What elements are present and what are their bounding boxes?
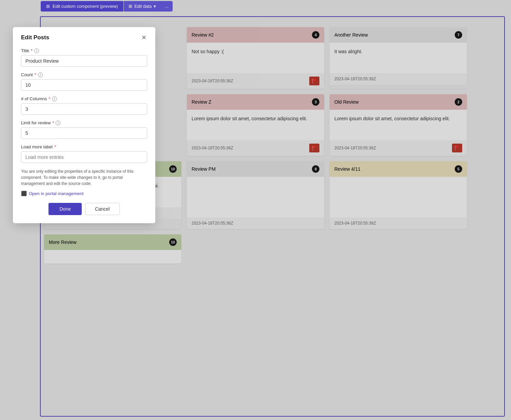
edit-data-button[interactable]: ⊞ Edit data ▾ (124, 1, 161, 12)
load-more-label: Load more label * (21, 144, 147, 149)
count-field-group: Count * i (21, 72, 147, 91)
required-indicator: * (54, 144, 56, 149)
columns-info-icon[interactable]: i (52, 97, 57, 101)
limit-field-group: Limit for review * i (21, 120, 147, 139)
limit-info-icon[interactable]: i (56, 121, 60, 125)
required-indicator: * (49, 96, 51, 101)
component-icon: ⊞ (46, 4, 50, 9)
title-field-group: Title * i (21, 48, 147, 67)
cancel-button[interactable]: Cancel (85, 203, 120, 215)
title-input[interactable] (21, 55, 147, 67)
count-label-text: Count (21, 72, 33, 77)
modal-title: Edit Posts (21, 34, 49, 41)
title-info-icon[interactable]: i (34, 48, 39, 53)
modal-close-button[interactable]: ✕ (141, 34, 147, 41)
count-label: Count * i (21, 72, 147, 77)
required-indicator: * (31, 48, 33, 53)
columns-label-text: # of Columns (21, 96, 47, 101)
required-indicator: * (35, 72, 36, 77)
portal-link-label: Open in portal management (29, 191, 83, 196)
columns-input[interactable] (21, 103, 147, 115)
edit-data-label: Edit data (134, 4, 152, 9)
load-more-field-group: Load more label * (21, 144, 147, 163)
edit-component-button[interactable]: ⊞ Edit custom component (preview) (41, 1, 123, 12)
limit-label-text: Limit for review (21, 120, 51, 125)
edit-component-label: Edit custom component (preview) (53, 4, 118, 9)
columns-field-group: # of Columns * i (21, 96, 147, 115)
modal-header: Edit Posts ✕ (21, 34, 147, 41)
modal-actions: Done Cancel (21, 203, 147, 215)
modal-note: You are only editing the properties of a… (21, 168, 147, 187)
title-label: Title * i (21, 48, 147, 53)
more-label: ... (165, 4, 169, 9)
load-more-label-text: Load more label (21, 144, 53, 149)
count-input[interactable] (21, 79, 147, 91)
more-options-button[interactable]: ... (161, 1, 173, 12)
edit-posts-modal: Edit Posts ✕ Title * i Count * i # of Co… (13, 27, 155, 223)
edit-data-icon: ⊞ (129, 4, 132, 9)
portal-management-link[interactable]: ⬛ Open in portal management (21, 191, 147, 196)
done-button[interactable]: Done (48, 203, 81, 215)
limit-input[interactable] (21, 127, 147, 139)
chevron-down-icon: ▾ (154, 4, 156, 9)
limit-label: Limit for review * i (21, 120, 147, 125)
required-indicator: * (52, 120, 54, 125)
title-label-text: Title (21, 48, 29, 53)
count-info-icon[interactable]: i (38, 72, 43, 77)
toolbar: ⊞ Edit custom component (preview) ⊞ Edit… (41, 0, 173, 12)
columns-label: # of Columns * i (21, 96, 147, 101)
load-more-input[interactable] (21, 151, 147, 163)
external-link-icon: ⬛ (21, 191, 27, 196)
